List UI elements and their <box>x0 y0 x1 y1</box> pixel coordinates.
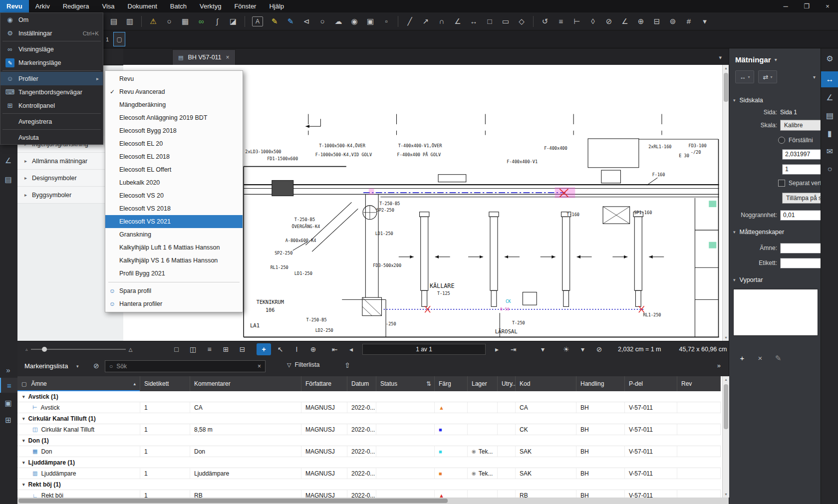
lasso-icon[interactable]: ○ <box>162 15 176 28</box>
markup-list-chevron-icon[interactable]: ▾ <box>76 364 79 369</box>
profile-item-lubekalk-2020[interactable]: Lubekalk 2020 <box>105 176 243 189</box>
search-panel-icon[interactable]: ○ <box>821 161 838 177</box>
table-row[interactable]: ▦Don1DonMAGNUSJ2022-0...■◉Tek...SAKBHV-5… <box>17 446 721 457</box>
export-page-icon[interactable]: ▤ <box>107 15 121 28</box>
profile-item-elecosoft-bygg-2018[interactable]: Elecosoft Bygg 2018 <box>105 124 243 137</box>
flag-icon[interactable]: ⚠ <box>146 15 160 28</box>
menu-hjälp[interactable]: Hjälp <box>263 0 290 12</box>
calibrate-panel-icon[interactable]: ∠ <box>821 89 838 105</box>
group-row[interactable]: ▾Don (1) <box>17 435 721 446</box>
group-row[interactable]: ▾Ljuddämpare (1) <box>17 457 721 468</box>
profile-item-elecosoft-vs-2021[interactable]: Elecosoft VS 2021 <box>105 215 243 228</box>
table-row[interactable]: ∟Rekt böj1RBMAGNUSJ2022-0...▲RBBHV-57-01… <box>17 490 721 498</box>
profile-item-elecosoft-el-20[interactable]: Elecosoft EL 20 <box>105 137 243 150</box>
last-page-icon[interactable]: ⇥ <box>506 343 521 355</box>
separate-scale-checkbox[interactable] <box>778 180 785 187</box>
markup-list-icon[interactable]: ≡ <box>0 378 17 393</box>
brightness-chevron-icon[interactable]: ▾ <box>575 343 590 355</box>
measure-area-icon[interactable]: ◊ <box>586 15 600 28</box>
chevron-down-icon[interactable]: ▾ <box>22 416 25 421</box>
group-row[interactable]: ▾Avstick (1) <box>17 391 721 402</box>
measure-panel-icon[interactable]: ∠ <box>0 153 16 168</box>
callout-tool-icon[interactable]: ⊲ <box>299 15 313 28</box>
circle-tool-icon[interactable]: ○ <box>315 15 329 28</box>
zoom-slider[interactable]: ▵ ▵ <box>22 344 168 354</box>
text-box-tool-icon[interactable]: A <box>252 16 263 26</box>
column-header-utry-[interactable]: Utry... <box>498 376 516 391</box>
menu-verktyg[interactable]: Verktyg <box>193 0 228 12</box>
menu-item-om[interactable]: ◉Om <box>0 13 103 26</box>
document-panel-icon[interactable]: ▤ <box>0 172 16 187</box>
pen-tool-icon[interactable]: ✎ <box>283 15 297 28</box>
zoom-slider-track[interactable] <box>31 349 126 350</box>
measure-diameter-icon[interactable]: ⊘ <box>602 15 616 28</box>
layer-visibility-icon[interactable]: ◉ <box>472 471 476 476</box>
web-tab-icon[interactable]: ⊚ <box>666 15 680 28</box>
line-tool-icon[interactable]: ╱ <box>403 15 417 28</box>
column-header-status[interactable]: Status⇅ <box>376 376 435 391</box>
profile-item-elecosoft-vs-2018[interactable]: Elecosoft VS 2018 <box>105 202 243 215</box>
column-header-kod[interactable]: Kod <box>516 376 576 391</box>
brightness-icon[interactable]: ☀ <box>559 343 573 355</box>
profile-item-elecosoft-el-2018[interactable]: Elecosoft EL 2018 <box>105 150 243 163</box>
measure-angle-icon[interactable]: ∠ <box>618 15 632 28</box>
hide-markups-icon[interactable]: ⊘ <box>93 362 99 370</box>
menu-batch[interactable]: Batch <box>164 0 193 12</box>
zoom-in-icon[interactable]: ▵ <box>129 344 133 354</box>
column-header-rev[interactable]: Rev <box>677 376 721 391</box>
scale-indicator[interactable]: 2,032 cm = 1 m <box>618 346 661 353</box>
attachment-icon[interactable]: ∫ <box>210 15 224 28</box>
select-tool-icon[interactable]: ↖ <box>273 343 287 355</box>
snapshot-icon[interactable]: ▦ <box>178 15 192 28</box>
column-header-sidetikett[interactable]: Sidetikett <box>140 376 190 391</box>
next-page-icon[interactable]: ▸ <box>490 343 504 355</box>
menu-item-kontrollpanel[interactable]: ⊞Kontrollpanel <box>0 99 103 112</box>
close-button[interactable]: × <box>817 0 838 12</box>
menu-arkiv[interactable]: Arkiv <box>29 0 56 12</box>
profile-item-hantera-profiler[interactable]: ☺Hantera profiler <box>105 297 243 310</box>
select-all-checkbox-icon[interactable]: ▢ <box>21 381 26 387</box>
minimize-button[interactable]: ─ <box>775 0 796 12</box>
arc-tool-icon[interactable]: ∩ <box>435 15 449 28</box>
stamp-tool-icon[interactable]: ◉ <box>347 15 361 28</box>
align-icon[interactable]: ≡ <box>554 15 568 28</box>
maximize-button[interactable]: ❐ <box>796 0 817 12</box>
viewports-list-box[interactable] <box>733 289 818 336</box>
multi-page-view-icon[interactable]: ⊞ <box>219 343 233 355</box>
layer-visibility-icon[interactable]: ◉ <box>472 449 476 454</box>
markup-table-scrollbar-horizontal[interactable] <box>17 498 729 504</box>
calibrate-button[interactable]: Kalibre <box>780 120 821 131</box>
profile-item-revu[interactable]: Revu <box>105 72 243 85</box>
page-options-chevron-icon[interactable]: ▾ <box>536 343 550 355</box>
select-text-icon[interactable]: I <box>289 343 304 355</box>
chevron-down-icon[interactable]: ▾ <box>22 460 25 465</box>
table-row[interactable]: ▥Ljuddämpare1LjuddämpareMAGNUSJ2022-0...… <box>17 468 721 479</box>
profile-item-revu-avancerad[interactable]: ✓Revu Avancerad <box>105 85 243 98</box>
collapse-panel-icon[interactable]: » <box>717 362 721 369</box>
properties-section-header[interactable]: ▾ Måttegenskaper <box>733 227 784 237</box>
column-header-handling[interactable]: Handling <box>576 376 625 391</box>
menu-redigera[interactable]: Redigera <box>56 0 96 12</box>
menu-item-avregistrera[interactable]: Avregistrera <box>0 115 103 128</box>
profile-item-spara-profil[interactable]: ☺Spara profil <box>105 284 243 297</box>
scrollbar-thumb[interactable] <box>18 499 448 503</box>
etikett-input[interactable] <box>780 258 821 268</box>
previous-page-icon[interactable]: ◂ <box>344 343 358 355</box>
chevron-down-icon[interactable]: ▾ <box>22 394 25 399</box>
menu-dokument[interactable]: Dokument <box>121 0 164 12</box>
column-header-lager[interactable]: Lager <box>468 376 498 391</box>
capture-panel-icon[interactable]: ▣ <box>0 396 16 411</box>
preset-radio[interactable] <box>778 137 785 144</box>
page-thumbnail[interactable]: ▢ <box>113 32 125 46</box>
scroll-down-icon[interactable]: ▾ <box>723 491 729 498</box>
polyline-tool-icon[interactable]: ∠ <box>451 15 465 28</box>
scroll-up-icon[interactable]: ▴ <box>723 376 729 383</box>
toolbar-overflow-chevron-icon[interactable]: ▾ <box>698 15 712 28</box>
polygon-tool-icon[interactable]: ◇ <box>515 15 529 28</box>
count-tool-icon[interactable]: ⊕ <box>634 15 648 28</box>
column-header-p-del[interactable]: P-del <box>625 376 677 391</box>
menu-item-avsluta[interactable]: Avsluta <box>0 131 103 144</box>
menu-visa[interactable]: Visa <box>95 0 121 12</box>
profile-item-mängdberäkning[interactable]: Mängdberäkning <box>105 98 243 111</box>
filter-list-button[interactable]: ▽ Filterlista <box>287 361 319 368</box>
